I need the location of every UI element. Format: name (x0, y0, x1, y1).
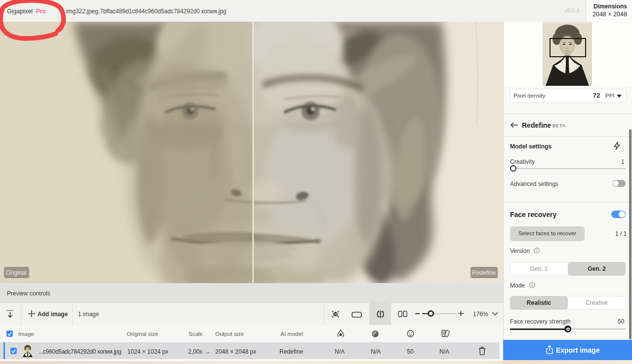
svg-text:Original: Original (6, 269, 26, 276)
svg-text:Redefine: Redefine (472, 269, 496, 276)
